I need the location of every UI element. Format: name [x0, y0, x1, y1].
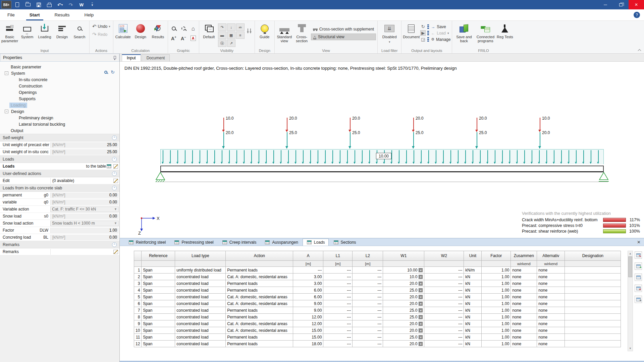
edit-icon[interactable] [113, 250, 118, 254]
property-value-field[interactable]: 1.00 [50, 228, 119, 233]
table-tab-aussparungen[interactable]: Aussparungen [261, 239, 302, 246]
cell-a[interactable]: 6.00 [293, 294, 323, 300]
cell-reference[interactable]: Span [142, 320, 175, 327]
cell-action[interactable]: Permanent loads [226, 314, 293, 320]
font-increase-button[interactable]: A+ [169, 34, 178, 43]
cell-w2[interactable]: --- [424, 294, 464, 300]
menu-tab-start[interactable]: Start [22, 9, 47, 20]
sidebar-item-basic-parameter[interactable]: Basic parameter [0, 64, 119, 70]
cell-designation[interactable] [565, 300, 621, 307]
cell-w1[interactable]: 20.0▼ [383, 327, 424, 334]
property-dropdown[interactable]: Cat. F: traffic F <= 30 kN▼ [50, 206, 119, 212]
cell-action[interactable]: Permanent loads [226, 287, 293, 294]
undo-button[interactable]: ↶Undo▾ [92, 23, 110, 29]
sidebar-item-openings[interactable]: Openings [0, 89, 119, 96]
default-view-button[interactable]: Default [201, 21, 217, 46]
cell-factor[interactable]: 1.00 [482, 334, 511, 341]
cell-factor[interactable]: 1.00 [482, 341, 511, 347]
cell-designation[interactable] [565, 307, 621, 314]
cell-factor[interactable]: 1.00 [482, 320, 511, 327]
cell-l1[interactable]: --- [323, 280, 353, 287]
cell-l2[interactable]: --- [353, 341, 383, 347]
cell-w2[interactable]: --- [424, 287, 464, 294]
sidebar-item-lateral-torsional-buckling[interactable]: Lateral torsional buckling [0, 121, 119, 127]
customize-toolbar-button[interactable]: ▾ [89, 1, 95, 8]
cell-alternativ[interactable]: none [537, 314, 565, 320]
cell-l2[interactable]: --- [353, 267, 383, 274]
cell-zusammen[interactable]: none [511, 341, 537, 347]
system-button[interactable]: System [19, 21, 36, 46]
design-input-button[interactable]: Design [54, 21, 70, 46]
cell-w1[interactable]: 25.0▼ [383, 307, 424, 314]
cell-w2[interactable]: --- [424, 300, 464, 307]
cell-factor[interactable]: 1.00 [482, 300, 511, 307]
cell-reference[interactable]: Span [142, 294, 175, 300]
cell-l1[interactable]: --- [323, 307, 353, 314]
cell-zusammen[interactable]: none [511, 320, 537, 327]
font-decrease-button[interactable]: A− [179, 34, 188, 43]
zoom-home-button[interactable]: ⌂ [189, 24, 198, 33]
table-tool-report-icon[interactable]: ✎ [635, 251, 642, 259]
cell-factor[interactable]: 1.00 [482, 267, 511, 274]
cell-alternativ[interactable]: none [537, 300, 565, 307]
cell-w1[interactable]: 25.0▼ [383, 314, 424, 320]
standard-view-button[interactable]: Standard view [276, 21, 293, 46]
reg-tests-button[interactable]: Reg Tests [496, 21, 513, 46]
cell-l1[interactable]: --- [323, 267, 353, 274]
toggle-grid-button[interactable]: ▦ [227, 32, 235, 39]
table-tab-prestressing-steel[interactable]: Prestressing steel [170, 239, 217, 246]
document-button[interactable]: Document [403, 21, 420, 46]
cell-a[interactable]: --- [293, 267, 323, 274]
table-scrollbar[interactable]: ▲ ▼ [628, 251, 633, 351]
load-value-button-icon[interactable]: ▼ [419, 342, 423, 346]
cell-l1[interactable]: --- [323, 320, 353, 327]
cell-alternativ[interactable]: none [537, 294, 565, 300]
load-value-button-icon[interactable]: ▼ [419, 315, 423, 319]
menu-tab-help[interactable]: Help [77, 9, 101, 20]
cell-action[interactable]: Permanent loads [226, 307, 293, 314]
cell-alternativ[interactable]: none [537, 327, 565, 334]
load-value-button-icon[interactable]: ▼ [419, 302, 423, 306]
cell-factor[interactable]: 1.00 [482, 280, 511, 287]
cell-unit[interactable]: kN [464, 314, 482, 320]
cell-designation[interactable] [565, 280, 621, 287]
cell-w2[interactable]: --- [424, 334, 464, 341]
sidebar-item-design[interactable]: −Design [0, 108, 119, 115]
cell-w1[interactable]: 25.0▼ [383, 287, 424, 294]
sidebar-item-output[interactable]: Output [0, 127, 119, 134]
tab-input[interactable]: Input [122, 54, 141, 61]
cell-loadtype[interactable]: concentrated load [175, 341, 226, 347]
scroll-down-icon[interactable]: ▼ [628, 346, 633, 351]
calculate-button[interactable]: Calculate [115, 21, 131, 46]
cell-designation[interactable] [565, 287, 621, 294]
sidebar-item-preliminary-design[interactable]: Preliminary design [0, 115, 119, 121]
sidebar-item-system[interactable]: −System [0, 70, 119, 76]
close-table-panel-icon[interactable]: ✕ [637, 240, 641, 245]
cell-a[interactable]: 12.00 [293, 320, 323, 327]
cell-w2[interactable]: --- [424, 341, 464, 347]
cell-loadtype[interactable]: concentrated load [175, 294, 226, 300]
cell-zusammen[interactable]: none [511, 327, 537, 334]
collapse-section-icon[interactable]: ^ [112, 171, 117, 176]
output-load-button[interactable]: ▶←Load▾ [420, 30, 450, 36]
cell-alternativ[interactable]: none [537, 320, 565, 327]
pin-icon[interactable] [112, 56, 116, 60]
cell-factor[interactable]: 1.00 [482, 314, 511, 320]
collapse-section-icon[interactable]: ^ [112, 135, 117, 140]
graphics-canvas[interactable]: DIN EN 1992:2015, Double-pitched roof gi… [120, 62, 644, 238]
menu-tab-file[interactable]: File [0, 9, 22, 20]
cell-a[interactable]: 12.00 [293, 314, 323, 320]
cell-reference[interactable]: Span [142, 287, 175, 294]
cell-zusammen[interactable]: none [511, 294, 537, 300]
sidebar-item-supports[interactable]: Supports [0, 96, 119, 102]
cell-loadtype[interactable]: concentrated load [175, 307, 226, 314]
property-value-field[interactable]: [kN/m³]25.00 [50, 149, 119, 155]
cell-reference[interactable]: Span [142, 314, 175, 320]
cell-unit[interactable]: kN [464, 327, 482, 334]
cell-designation[interactable] [565, 341, 621, 347]
property-value-field[interactable]: [kN/m²]0.00 [50, 214, 119, 219]
cell-a[interactable]: 15.00 [293, 327, 323, 334]
cell-l1[interactable]: --- [323, 287, 353, 294]
cell-w1[interactable]: 20.0▼ [383, 294, 424, 300]
load-value-button-icon[interactable]: ▼ [419, 282, 423, 286]
